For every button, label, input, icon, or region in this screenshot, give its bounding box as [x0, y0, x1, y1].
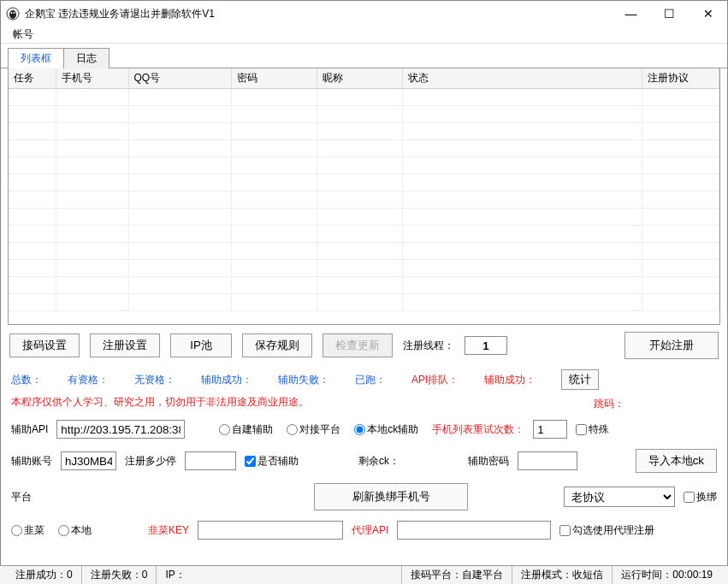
radio-local-ck[interactable]: 本地ck辅助	[354, 422, 418, 437]
reg-threads-label: 注册线程：	[403, 339, 454, 353]
minimize-button[interactable]: —	[612, 1, 650, 27]
stat-qualified: 有资格：	[68, 373, 109, 387]
col-qq[interactable]: QQ号	[128, 68, 231, 89]
remain-ck-label: 剩余ck：	[358, 454, 400, 469]
proxy-api-label: 代理API	[352, 523, 388, 538]
status-ip: IP：	[157, 566, 402, 584]
table-row	[9, 243, 719, 260]
reg-threads-input[interactable]	[465, 336, 507, 355]
col-password[interactable]: 密码	[231, 68, 317, 89]
retry-input[interactable]	[533, 420, 567, 439]
table-row	[9, 209, 719, 226]
check-rebind[interactable]: 换绑	[684, 490, 717, 504]
import-ck-button[interactable]: 导入本地ck	[636, 449, 717, 473]
main-toolbar: 接码设置 注册设置 IP池 保存规则 检查更新 注册线程： 开始注册	[1, 325, 727, 366]
table-row	[9, 123, 719, 140]
data-grid[interactable]: 任务 手机号 QQ号 密码 昵称 状态 注册协议	[8, 68, 720, 325]
stat-ran: 已跑：	[355, 373, 386, 387]
platform-label: 平台	[11, 490, 32, 504]
stat-unqualified: 无资格：	[134, 373, 175, 387]
stats-row: 总数： 有资格： 无资格： 辅助成功： 辅助失败： 已跑： API排队： 辅助成…	[1, 366, 727, 393]
jiucai-key-input[interactable]	[198, 521, 343, 540]
status-reg-fail: 注册失败：0	[82, 566, 157, 584]
table-row	[9, 192, 719, 209]
menu-account[interactable]: 帐号	[8, 26, 38, 44]
radio-self-build[interactable]: 自建辅助	[219, 422, 273, 437]
menubar: 帐号	[1, 27, 727, 44]
table-row	[9, 260, 719, 277]
maximize-button[interactable]: ☐	[650, 1, 689, 27]
tabstrip: 列表框 日志	[1, 47, 727, 68]
jiucai-key-label: 韭菜KEY	[148, 523, 189, 538]
status-sms-platform: 接码平台：自建平台	[402, 566, 512, 584]
platform-row: 平台 刷新换绑手机号 老协议 换绑	[1, 478, 727, 516]
retry-label: 手机列表重试次数：	[432, 422, 524, 437]
start-register-button[interactable]: 开始注册	[624, 332, 719, 359]
table-row	[9, 174, 719, 192]
disclaimer: 本程序仅供个人学习、研究之用，切勿用于非法用途及商业用途。	[1, 393, 594, 415]
assist-api-input[interactable]	[56, 420, 185, 439]
table-row	[9, 277, 719, 294]
col-nickname[interactable]: 昵称	[317, 68, 402, 89]
table-header-row: 任务 手机号 QQ号 密码 昵称 状态 注册协议	[9, 68, 719, 89]
check-special[interactable]: 特殊	[576, 422, 609, 437]
reg-settings-button[interactable]: 注册设置	[90, 333, 160, 357]
status-reg-mode: 注册模式：收短信	[512, 566, 613, 584]
stat-assist-success2: 辅助成功：	[484, 373, 536, 387]
refresh-phone-button[interactable]: 刷新换绑手机号	[314, 483, 468, 510]
stat-assist-fail: 辅助失败：	[278, 373, 329, 387]
svg-point-1	[9, 10, 16, 19]
stat-skip: 跳码：	[594, 397, 727, 411]
status-reg-ok: 注册成功：0	[7, 566, 82, 584]
tab-list[interactable]: 列表框	[8, 48, 64, 68]
table-row	[9, 157, 719, 174]
reg-stop-label: 注册多少停	[125, 454, 176, 469]
assist-pwd-input[interactable]	[518, 451, 577, 470]
sms-settings-button[interactable]: 接码设置	[9, 333, 80, 357]
account-row: 辅助账号 注册多少停 是否辅助 剩余ck： 辅助密码 导入本地ck	[1, 444, 727, 478]
close-button[interactable]: ✕	[689, 1, 727, 27]
tab-log[interactable]: 日志	[64, 48, 109, 68]
table-row	[9, 106, 719, 123]
table-row	[9, 140, 719, 157]
table-row	[9, 89, 719, 106]
svg-point-3	[14, 12, 15, 14]
col-status[interactable]: 状态	[402, 68, 642, 89]
check-is-assist[interactable]: 是否辅助	[245, 454, 299, 469]
protocol-select[interactable]: 老协议	[564, 487, 675, 507]
assist-pwd-label: 辅助密码	[468, 454, 509, 469]
col-task[interactable]: 任务	[9, 68, 56, 89]
radio-jiucai[interactable]: 韭菜	[11, 523, 44, 538]
stats-button[interactable]: 统计	[561, 369, 599, 390]
assist-account-label: 辅助账号	[11, 454, 52, 469]
app-icon	[6, 7, 20, 21]
radio-dock-platform[interactable]: 对接平台	[287, 422, 340, 437]
svg-point-2	[11, 12, 13, 14]
stat-assist-success: 辅助成功：	[201, 373, 252, 387]
ip-pool-button[interactable]: IP池	[170, 333, 232, 357]
statusbar: 注册成功：0 注册失败：0 IP： 接码平台：自建平台 注册模式：收短信 运行时…	[0, 565, 728, 584]
status-runtime: 运行时间：00:00:19	[613, 566, 721, 584]
check-update-button[interactable]: 检查更新	[323, 333, 393, 357]
api-row: 辅助API 自建辅助 对接平台 本地ck辅助 手机列表重试次数： 特殊	[1, 415, 727, 444]
col-protocol[interactable]: 注册协议	[642, 68, 719, 89]
window-title: 企鹅宝 违法违规业务请退出并删除软件V1	[25, 7, 612, 21]
stat-total: 总数：	[11, 373, 42, 387]
save-rules-button[interactable]: 保存规则	[242, 333, 312, 357]
stat-api-queue: API排队：	[411, 373, 459, 387]
table-row	[9, 226, 719, 243]
col-phone[interactable]: 手机号	[56, 68, 128, 89]
titlebar: 企鹅宝 违法违规业务请退出并删除软件V1 — ☐ ✕	[1, 1, 727, 27]
jiucai-row: 韭菜 本地 韭菜KEY 代理API 勾选使用代理注册	[1, 516, 727, 545]
radio-local[interactable]: 本地	[58, 523, 92, 538]
table-row	[9, 294, 719, 311]
assist-api-label: 辅助API	[11, 422, 48, 437]
check-use-proxy[interactable]: 勾选使用代理注册	[559, 523, 654, 538]
proxy-api-input[interactable]	[397, 521, 551, 540]
reg-stop-input[interactable]	[185, 451, 236, 470]
assist-account-input[interactable]	[61, 451, 116, 470]
